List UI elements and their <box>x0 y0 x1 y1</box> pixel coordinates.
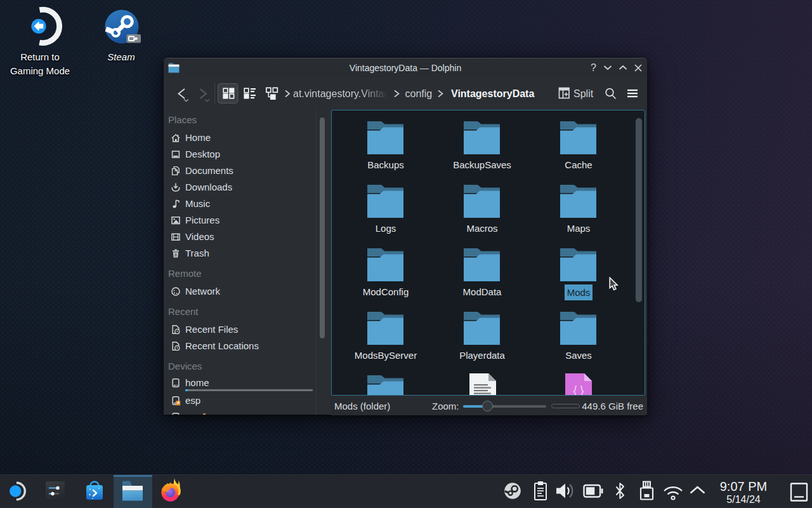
svg-text:?: ? <box>591 62 596 73</box>
